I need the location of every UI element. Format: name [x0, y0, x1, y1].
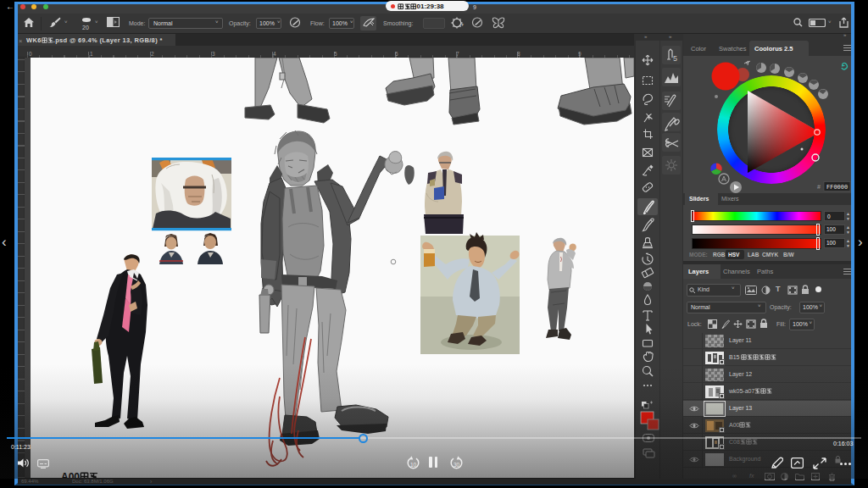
svg-text:5: 5: [673, 54, 677, 63]
svg-text:#: #: [817, 184, 821, 190]
svg-text:FF0000: FF0000: [826, 184, 848, 191]
svg-text:30: 30: [453, 462, 460, 468]
svg-text:10: 10: [410, 462, 417, 468]
